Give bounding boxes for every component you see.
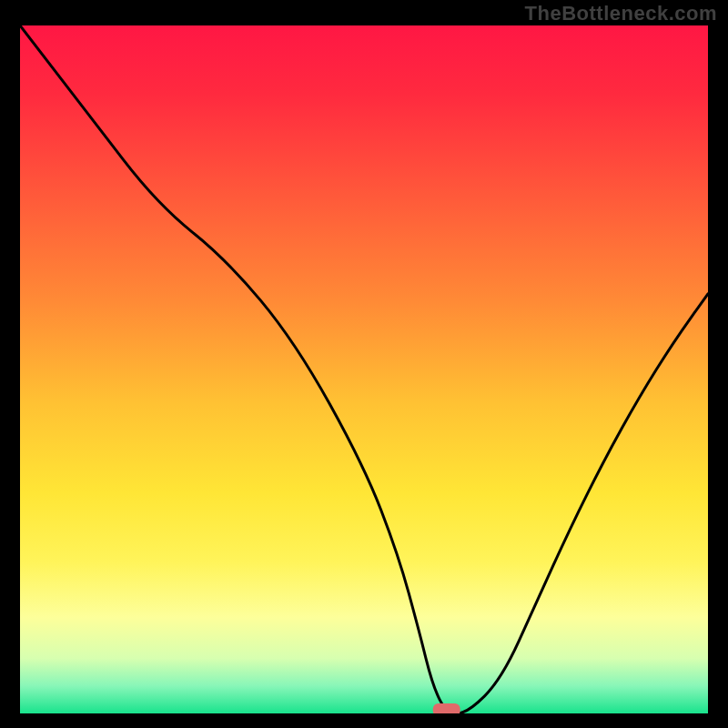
plot-svg <box>20 25 708 713</box>
plot-outer-border <box>20 25 708 713</box>
optimum-marker <box>433 703 460 713</box>
gradient-background <box>20 25 708 713</box>
watermark-text: TheBottleneck.com <box>525 2 717 25</box>
chart-frame: TheBottleneck.com <box>0 0 728 728</box>
